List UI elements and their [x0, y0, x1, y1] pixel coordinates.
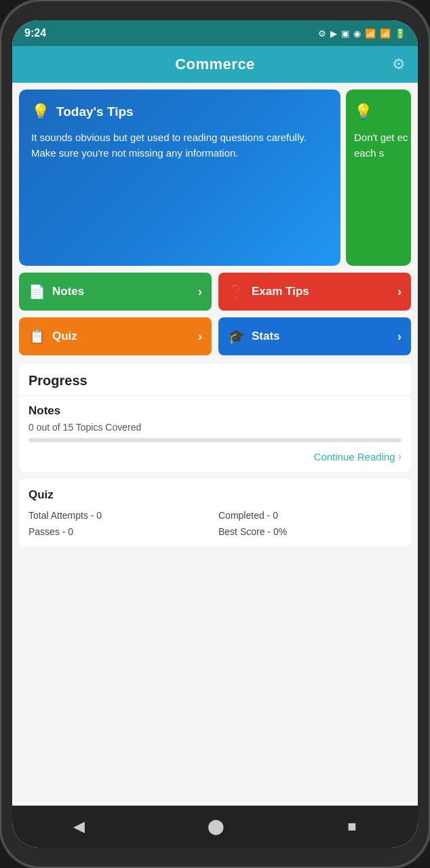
wifi-icon: 📶 [365, 28, 376, 39]
stats-btn-label: Stats [252, 330, 280, 343]
tips-carousel[interactable]: 💡 Today's Tips It sounds obvious but get… [19, 90, 411, 266]
continue-reading-button[interactable]: Continue Reading › [28, 449, 402, 462]
app-header: Commerce ⚙ [12, 46, 418, 83]
exam-question-icon: ❓ [228, 283, 245, 300]
quiz-stat-completed: Completed - 0 [218, 510, 402, 521]
quiz-stat-attempts: Total Attempts - 0 [28, 510, 212, 521]
tip-green-text: Don't get ec each s [354, 130, 408, 161]
quiz-btn-inner: 📋 Quiz [28, 328, 77, 344]
status-time: 9:24 [24, 27, 46, 39]
progress-section: Progress Notes 0 out of 15 Topics Covere… [19, 363, 411, 472]
exam-btn-label: Exam Tips [252, 285, 309, 298]
app-title: Commerce [175, 56, 255, 73]
stats-grad-icon: 🎓 [228, 328, 245, 344]
quiz-arrow-icon: › [198, 330, 202, 344]
tip-card-green: 💡 Don't get ec each s [346, 90, 411, 266]
exam-btn-inner: ❓ Exam Tips [228, 283, 309, 300]
action-buttons-grid: 📄 Notes › ❓ Exam Tips › 📋 Quiz [19, 273, 411, 355]
status-bar: 9:24 ⚙ ▶ ▣ ◉ 📶 📶 🔋 [12, 20, 418, 46]
tip-green-header: 💡 [354, 103, 408, 121]
notes-doc-icon: 📄 [28, 283, 45, 300]
signal-bars-icon: 📶 [380, 28, 391, 39]
tip-header: 💡 Today's Tips [31, 103, 328, 121]
content-area: 💡 Today's Tips It sounds obvious but get… [12, 83, 418, 806]
tip-green-bulb-icon: 💡 [354, 103, 372, 121]
notes-btn-label: Notes [52, 285, 84, 298]
notes-arrow-icon: › [198, 285, 202, 299]
stats-btn-inner: 🎓 Stats [228, 328, 280, 344]
stats-arrow-icon: › [397, 330, 402, 344]
exam-tips-button[interactable]: ❓ Exam Tips › [218, 273, 411, 311]
quiz-stat-best-score: Best Score - 0% [218, 526, 402, 537]
notes-progress-subtitle: 0 out of 15 Topics Covered [28, 422, 402, 433]
tip-card-blue: 💡 Today's Tips It sounds obvious but get… [19, 90, 340, 266]
continue-reading-label: Continue Reading [314, 451, 395, 462]
quiz-stats-grid: Total Attempts - 0 Completed - 0 Passes … [28, 510, 402, 537]
battery-icon: 🔋 [395, 28, 406, 39]
tip-text: It sounds obvious but get used to readin… [31, 130, 328, 161]
tip-bulb-icon: 💡 [31, 103, 50, 121]
quiz-button[interactable]: 📋 Quiz › [19, 317, 212, 355]
quiz-progress-card: Quiz Total Attempts - 0 Completed - 0 Pa… [19, 479, 411, 547]
header-gear-icon[interactable]: ⚙ [392, 56, 406, 73]
quiz-btn-label: Quiz [52, 330, 77, 343]
quiz-stat-passes: Passes - 0 [28, 526, 212, 537]
nav-back-button[interactable]: ◀ [60, 815, 98, 838]
progress-section-title: Progress [19, 363, 411, 391]
progress-bar-container [28, 438, 402, 442]
status-icons: ⚙ ▶ ▣ ◉ 📶 📶 🔋 [318, 28, 406, 39]
signal-status-icon: ◉ [353, 28, 361, 39]
quiz-card-title: Quiz [28, 488, 402, 502]
exam-arrow-icon: › [397, 285, 402, 299]
notes-progress-title: Notes [28, 404, 402, 418]
stats-button[interactable]: 🎓 Stats › [218, 317, 411, 355]
quiz-doc-icon: 📋 [28, 328, 45, 344]
doc-status-icon: ▣ [341, 28, 349, 39]
nav-recents-button[interactable]: ■ [334, 815, 370, 838]
nav-home-button[interactable]: ⬤ [194, 815, 238, 838]
notes-button[interactable]: 📄 Notes › [19, 273, 212, 311]
nav-bar: ◀ ⬤ ■ [12, 806, 418, 848]
settings-status-icon: ⚙ [318, 28, 326, 39]
notes-progress-card: Notes 0 out of 15 Topics Covered Continu… [19, 395, 411, 472]
continue-arrow-icon: › [398, 450, 402, 462]
play-status-icon: ▶ [330, 28, 337, 39]
notes-btn-inner: 📄 Notes [28, 283, 84, 300]
tip-title: Today's Tips [56, 104, 134, 119]
